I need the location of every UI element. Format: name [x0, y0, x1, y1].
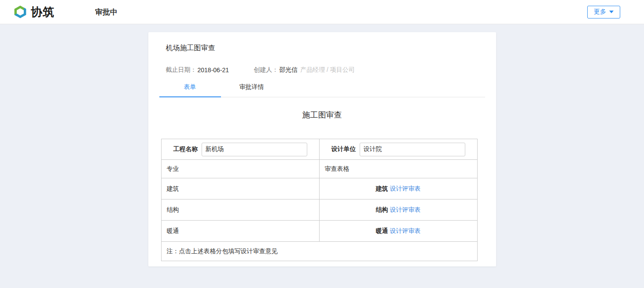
review-label-hvac: 暖通	[376, 227, 388, 234]
design-unit-input[interactable]	[360, 143, 465, 156]
review-link-architecture[interactable]: 设计评审表	[390, 185, 421, 192]
project-name-label: 工程名称	[173, 145, 198, 153]
creator-label: 创建人：	[254, 66, 278, 74]
table-row: 暖通 暖通设计评审表	[161, 221, 477, 242]
meta-row: 截止日期： 2018-06-21 创建人： 邵光信 产品经理 / 项目公司	[166, 66, 478, 74]
review-label-structure: 结构	[376, 206, 388, 213]
table-row: 建筑 建筑设计评审表	[161, 178, 477, 199]
review-link-structure[interactable]: 设计评审表	[390, 206, 421, 213]
review-link-hvac[interactable]: 设计评审表	[390, 227, 421, 234]
logo: 协筑	[13, 4, 55, 20]
deadline-label: 截止日期：	[166, 66, 197, 74]
form-table: 工程名称 设计单位 专业 审查表格	[161, 139, 478, 261]
table-row-header: 专业 审查表格	[161, 160, 477, 178]
table-note: 注：点击上述表格分包填写设计审查意见	[161, 242, 477, 261]
specialty-column-header: 专业	[161, 160, 319, 178]
page-background: 机场施工图审查 截止日期： 2018-06-21 创建人： 邵光信 产品经理 /…	[0, 24, 644, 274]
specialty-structure: 结构	[161, 199, 319, 221]
creator-role: 产品经理 / 项目公司	[300, 66, 355, 74]
tab-form[interactable]: 表单	[159, 78, 221, 97]
design-unit-label: 设计单位	[331, 145, 356, 153]
chevron-down-icon	[609, 11, 614, 13]
tab-bar: 表单 审批详情	[159, 78, 485, 97]
project-name-input[interactable]	[202, 143, 307, 156]
card-title: 机场施工图审查	[166, 44, 478, 53]
table-row: 结构 结构设计评审表	[161, 199, 477, 221]
deadline-value: 2018-06-21	[198, 66, 229, 74]
logo-icon	[13, 5, 27, 19]
review-label-architecture: 建筑	[376, 185, 388, 192]
page-title: 审批中	[95, 7, 118, 17]
approval-card: 机场施工图审查 截止日期： 2018-06-21 创建人： 邵光信 产品经理 /…	[148, 32, 496, 266]
review-form-column-header: 审查表格	[319, 160, 477, 178]
table-row-fields: 工程名称 设计单位	[161, 139, 477, 160]
specialty-hvac: 暖通	[161, 221, 319, 242]
table-row-note: 注：点击上述表格分包填写设计审查意见	[161, 242, 477, 261]
logo-text: 协筑	[31, 4, 55, 20]
form-title: 施工图审查	[148, 110, 496, 120]
specialty-architecture: 建筑	[161, 178, 319, 199]
more-button-label: 更多	[594, 8, 606, 16]
tab-approval-details[interactable]: 审批详情	[221, 78, 283, 97]
more-button[interactable]: 更多	[587, 6, 620, 18]
creator-name: 邵光信	[279, 66, 298, 74]
topbar: 协筑 审批中 更多	[0, 0, 644, 24]
